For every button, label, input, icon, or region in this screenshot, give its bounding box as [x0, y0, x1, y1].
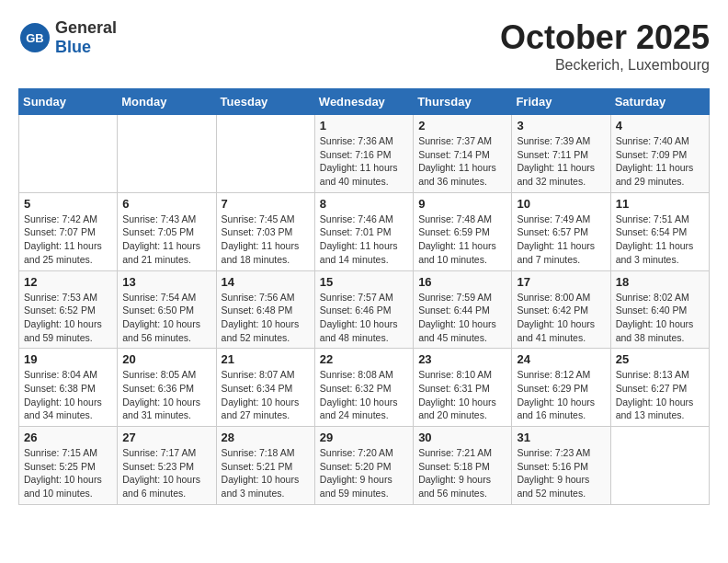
day-number: 23 [418, 352, 506, 366]
calendar-table: SundayMondayTuesdayWednesdayThursdayFrid… [18, 88, 710, 505]
day-info: Sunrise: 8:00 AM Sunset: 6:42 PM Dayligh… [517, 291, 605, 345]
day-info: Sunrise: 8:07 AM Sunset: 6:34 PM Dayligh… [222, 368, 310, 422]
day-info: Sunrise: 8:08 AM Sunset: 6:32 PM Dayligh… [320, 368, 408, 422]
logo-general-text: General [55, 18, 117, 38]
day-info: Sunrise: 7:57 AM Sunset: 6:46 PM Dayligh… [320, 291, 408, 345]
day-info: Sunrise: 7:17 AM Sunset: 5:23 PM Dayligh… [122, 446, 210, 500]
day-info: Sunrise: 7:39 AM Sunset: 7:11 PM Dayligh… [517, 134, 605, 189]
calendar-cell: 20Sunrise: 8:05 AM Sunset: 6:36 PM Dayli… [118, 349, 216, 427]
logo-blue-text: Blue [55, 38, 117, 57]
calendar-cell: 26Sunrise: 7:15 AM Sunset: 5:25 PM Dayli… [19, 427, 118, 505]
day-info: Sunrise: 7:42 AM Sunset: 7:07 PM Dayligh… [24, 213, 112, 267]
day-info: Sunrise: 7:15 AM Sunset: 5:25 PM Dayligh… [24, 446, 112, 500]
location: Beckerich, Luxembourg [500, 57, 710, 74]
day-number: 17 [517, 275, 605, 289]
day-number: 6 [122, 197, 210, 211]
day-number: 30 [418, 431, 506, 444]
day-number: 4 [616, 119, 704, 132]
month-title: October 2025 [500, 18, 710, 57]
day-info: Sunrise: 7:21 AM Sunset: 5:18 PM Dayligh… [418, 446, 506, 500]
day-number: 31 [517, 431, 605, 444]
calendar-cell [216, 115, 314, 193]
calendar-cell: 28Sunrise: 7:18 AM Sunset: 5:21 PM Dayli… [216, 427, 314, 505]
day-number: 14 [222, 275, 310, 289]
calendar-cell: 17Sunrise: 8:00 AM Sunset: 6:42 PM Dayli… [512, 270, 610, 349]
weekday-header-wednesday: Wednesday [314, 89, 413, 115]
calendar-cell: 14Sunrise: 7:56 AM Sunset: 6:48 PM Dayli… [216, 270, 314, 349]
calendar-cell: 5Sunrise: 7:42 AM Sunset: 7:07 PM Daylig… [19, 192, 118, 270]
logo-icon: GB [18, 21, 51, 54]
day-info: Sunrise: 7:37 AM Sunset: 7:14 PM Dayligh… [418, 134, 506, 189]
calendar-cell: 2Sunrise: 7:37 AM Sunset: 7:14 PM Daylig… [414, 115, 512, 193]
day-info: Sunrise: 7:23 AM Sunset: 5:16 PM Dayligh… [517, 446, 605, 500]
weekday-header-friday: Friday [512, 89, 610, 115]
day-number: 13 [122, 275, 210, 289]
page-header: GB General Blue October 2025 Beckerich, … [18, 18, 710, 74]
day-number: 25 [616, 352, 704, 366]
day-number: 10 [517, 197, 605, 211]
day-info: Sunrise: 7:18 AM Sunset: 5:21 PM Dayligh… [222, 446, 310, 500]
weekday-header-thursday: Thursday [414, 89, 512, 115]
calendar-cell [610, 427, 709, 505]
day-number: 29 [320, 431, 408, 444]
day-info: Sunrise: 7:49 AM Sunset: 6:57 PM Dayligh… [517, 213, 605, 267]
calendar-cell: 16Sunrise: 7:59 AM Sunset: 6:44 PM Dayli… [414, 270, 512, 349]
day-number: 27 [122, 431, 210, 444]
calendar-cell: 27Sunrise: 7:17 AM Sunset: 5:23 PM Dayli… [118, 427, 216, 505]
weekday-header-sunday: Sunday [19, 89, 118, 115]
day-number: 19 [24, 352, 112, 366]
day-info: Sunrise: 8:13 AM Sunset: 6:27 PM Dayligh… [616, 368, 704, 422]
day-info: Sunrise: 7:51 AM Sunset: 6:54 PM Dayligh… [616, 213, 704, 267]
day-info: Sunrise: 7:59 AM Sunset: 6:44 PM Dayligh… [418, 291, 506, 345]
day-number: 12 [24, 275, 112, 289]
calendar-cell: 4Sunrise: 7:40 AM Sunset: 7:09 PM Daylig… [610, 115, 709, 193]
day-number: 21 [222, 352, 310, 366]
day-info: Sunrise: 8:04 AM Sunset: 6:38 PM Dayligh… [24, 368, 112, 422]
logo: GB General Blue [18, 18, 117, 57]
day-number: 11 [616, 197, 704, 211]
day-number: 28 [222, 431, 310, 444]
calendar-cell: 30Sunrise: 7:21 AM Sunset: 5:18 PM Dayli… [414, 427, 512, 505]
title-block: October 2025 Beckerich, Luxembourg [500, 18, 710, 74]
day-info: Sunrise: 8:10 AM Sunset: 6:31 PM Dayligh… [418, 368, 506, 422]
day-info: Sunrise: 7:54 AM Sunset: 6:50 PM Dayligh… [122, 291, 210, 345]
calendar-cell [118, 115, 216, 193]
calendar-cell: 22Sunrise: 8:08 AM Sunset: 6:32 PM Dayli… [314, 349, 413, 427]
calendar-cell: 10Sunrise: 7:49 AM Sunset: 6:57 PM Dayli… [512, 192, 610, 270]
calendar-cell: 13Sunrise: 7:54 AM Sunset: 6:50 PM Dayli… [118, 270, 216, 349]
day-info: Sunrise: 7:46 AM Sunset: 7:01 PM Dayligh… [320, 213, 408, 267]
weekday-header-saturday: Saturday [610, 89, 709, 115]
day-info: Sunrise: 7:40 AM Sunset: 7:09 PM Dayligh… [616, 134, 704, 189]
calendar-cell: 9Sunrise: 7:48 AM Sunset: 6:59 PM Daylig… [414, 192, 512, 270]
weekday-header-tuesday: Tuesday [216, 89, 314, 115]
calendar-cell: 25Sunrise: 8:13 AM Sunset: 6:27 PM Dayli… [610, 349, 709, 427]
calendar-cell: 7Sunrise: 7:45 AM Sunset: 7:03 PM Daylig… [216, 192, 314, 270]
calendar-cell: 23Sunrise: 8:10 AM Sunset: 6:31 PM Dayli… [414, 349, 512, 427]
day-number: 15 [320, 275, 408, 289]
day-number: 3 [517, 119, 605, 132]
day-info: Sunrise: 7:53 AM Sunset: 6:52 PM Dayligh… [24, 291, 112, 345]
day-number: 8 [320, 197, 408, 211]
calendar-cell: 6Sunrise: 7:43 AM Sunset: 7:05 PM Daylig… [118, 192, 216, 270]
calendar-cell: 19Sunrise: 8:04 AM Sunset: 6:38 PM Dayli… [19, 349, 118, 427]
day-info: Sunrise: 8:05 AM Sunset: 6:36 PM Dayligh… [122, 368, 210, 422]
day-info: Sunrise: 7:43 AM Sunset: 7:05 PM Dayligh… [122, 213, 210, 267]
day-number: 26 [24, 431, 112, 444]
calendar-header: SundayMondayTuesdayWednesdayThursdayFrid… [19, 89, 710, 115]
calendar-cell: 31Sunrise: 7:23 AM Sunset: 5:16 PM Dayli… [512, 427, 610, 505]
day-number: 2 [418, 119, 506, 132]
day-info: Sunrise: 7:36 AM Sunset: 7:16 PM Dayligh… [320, 134, 408, 189]
day-info: Sunrise: 8:02 AM Sunset: 6:40 PM Dayligh… [616, 291, 704, 345]
day-number: 7 [222, 197, 310, 211]
calendar-cell: 21Sunrise: 8:07 AM Sunset: 6:34 PM Dayli… [216, 349, 314, 427]
calendar-cell: 24Sunrise: 8:12 AM Sunset: 6:29 PM Dayli… [512, 349, 610, 427]
day-number: 20 [122, 352, 210, 366]
calendar-cell: 18Sunrise: 8:02 AM Sunset: 6:40 PM Dayli… [610, 270, 709, 349]
day-number: 16 [418, 275, 506, 289]
svg-text:GB: GB [26, 31, 44, 45]
calendar-cell [19, 115, 118, 193]
calendar-cell: 1Sunrise: 7:36 AM Sunset: 7:16 PM Daylig… [314, 115, 413, 193]
day-number: 9 [418, 197, 506, 211]
day-info: Sunrise: 7:45 AM Sunset: 7:03 PM Dayligh… [222, 213, 310, 267]
calendar-cell: 11Sunrise: 7:51 AM Sunset: 6:54 PM Dayli… [610, 192, 709, 270]
